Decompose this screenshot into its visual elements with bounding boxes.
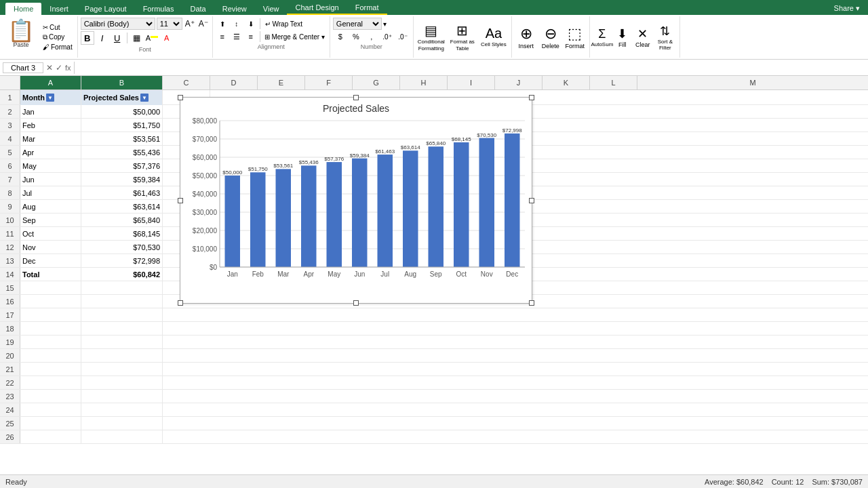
- col-header-h[interactable]: H: [400, 76, 448, 89]
- review-tab[interactable]: Review: [214, 3, 255, 15]
- insert-function-button[interactable]: fx: [65, 64, 71, 72]
- view-tab[interactable]: View: [255, 3, 288, 15]
- cut-button[interactable]: ✂ Cut: [41, 23, 75, 32]
- cell-a4[interactable]: Mar: [20, 132, 81, 146]
- resize-handle-bl[interactable]: [178, 300, 183, 306]
- cell-b10[interactable]: $65,840: [81, 214, 163, 227]
- conditional-formatting-button[interactable]: ▤ Conditional Formatting: [416, 21, 446, 53]
- confirm-formula-button[interactable]: ✓: [56, 63, 62, 73]
- cell-a1[interactable]: Month ▼: [20, 90, 81, 105]
- cell-a2[interactable]: Jan: [20, 105, 81, 119]
- cell-a11[interactable]: Oct: [20, 227, 81, 241]
- cell-b4[interactable]: $53,561: [81, 132, 163, 146]
- cell-b11[interactable]: $68,145: [81, 227, 163, 241]
- align-right-button[interactable]: ≡: [244, 30, 258, 43]
- align-middle-button[interactable]: ↕: [230, 18, 243, 30]
- cell-a10[interactable]: Sep: [20, 214, 81, 227]
- decrease-font-button[interactable]: A⁻: [197, 19, 210, 28]
- cell-b6[interactable]: $57,376: [81, 159, 163, 173]
- border-button[interactable]: ▦: [130, 31, 144, 45]
- data-tab[interactable]: Data: [182, 3, 214, 15]
- number-format-select[interactable]: General: [333, 18, 382, 30]
- align-center-button[interactable]: ☰: [230, 30, 243, 43]
- chart-container[interactable]: Projected Sales $80,000$70,000$60,000$50…: [180, 97, 532, 304]
- cell-b9[interactable]: $63,614: [81, 200, 163, 214]
- increase-font-button[interactable]: A⁺: [184, 19, 196, 28]
- filter-button-month[interactable]: ▼: [46, 94, 54, 102]
- bold-button[interactable]: B: [81, 31, 94, 45]
- resize-handle-tc[interactable]: [353, 95, 359, 100]
- resize-handle-bc[interactable]: [353, 300, 359, 306]
- format-tab[interactable]: Format: [347, 1, 387, 15]
- cell-b13[interactable]: $72,998: [81, 254, 163, 268]
- chart-design-tab[interactable]: Chart Design: [287, 1, 347, 15]
- delete-cells-button[interactable]: ⊖ Delete: [539, 24, 562, 51]
- number-format-dropdown[interactable]: ▾: [383, 20, 387, 28]
- cell-a14[interactable]: Total: [20, 268, 81, 281]
- cell-b12[interactable]: $70,530: [81, 241, 163, 254]
- paste-button[interactable]: 📋 Paste: [3, 18, 39, 50]
- cell-a5[interactable]: Apr: [20, 146, 81, 159]
- col-header-a[interactable]: A: [20, 76, 81, 89]
- align-bottom-button[interactable]: ⬇: [244, 18, 258, 30]
- col-header-c[interactable]: C: [163, 76, 210, 89]
- fill-button[interactable]: ⬇ Fill: [613, 25, 632, 49]
- resize-handle-ml[interactable]: [178, 198, 183, 203]
- cell-a3[interactable]: Feb: [20, 119, 81, 132]
- underline-button[interactable]: U: [111, 31, 124, 45]
- format-cells-button[interactable]: ⬚ Format: [564, 24, 587, 51]
- col-header-k[interactable]: K: [542, 76, 590, 89]
- resize-handle-tl[interactable]: [178, 95, 183, 100]
- cell-b8[interactable]: $61,463: [81, 186, 163, 200]
- col-header-e[interactable]: E: [258, 76, 305, 89]
- cell-b7[interactable]: $59,384: [81, 173, 163, 186]
- comma-button[interactable]: ,: [364, 30, 379, 43]
- insert-cells-button[interactable]: ⊕ Insert: [515, 24, 538, 51]
- cancel-formula-button[interactable]: ✕: [46, 63, 53, 73]
- filter-button-sales[interactable]: ▼: [140, 94, 149, 102]
- percent-button[interactable]: %: [349, 30, 363, 43]
- share-button[interactable]: Share ▾: [826, 2, 868, 15]
- page-layout-tab[interactable]: Page Layout: [77, 3, 135, 15]
- currency-button[interactable]: $: [333, 30, 348, 43]
- align-top-button[interactable]: ⬆: [216, 18, 229, 30]
- italic-button[interactable]: I: [96, 31, 109, 45]
- cell-b2[interactable]: $50,000: [81, 105, 163, 119]
- col-header-i[interactable]: I: [448, 76, 495, 89]
- sort-filter-button[interactable]: ⇅ Sort & Filter: [654, 22, 677, 52]
- decrease-decimal-button[interactable]: .0⁻: [395, 30, 410, 43]
- formula-input[interactable]: [77, 64, 865, 72]
- resize-handle-mr[interactable]: [529, 198, 534, 203]
- insert-tab[interactable]: Insert: [41, 3, 77, 15]
- col-header-b[interactable]: B: [81, 76, 163, 89]
- cell-styles-button[interactable]: Aa Cell Styles: [479, 24, 509, 49]
- format-painter-button[interactable]: 🖌 Format: [41, 43, 75, 52]
- clear-button[interactable]: ✕ Clear: [633, 25, 652, 49]
- wrap-text-button[interactable]: ↵ Wrap Text: [262, 18, 305, 30]
- col-header-f[interactable]: F: [305, 76, 353, 89]
- font-color-button[interactable]: A: [160, 31, 174, 45]
- name-box[interactable]: [3, 62, 43, 73]
- font-select[interactable]: Calibri (Body): [81, 18, 155, 30]
- cell-a9[interactable]: Aug: [20, 200, 81, 214]
- col-header-g[interactable]: G: [353, 76, 400, 89]
- merge-center-button[interactable]: ⊞ Merge & Center ▾: [262, 33, 327, 41]
- autosum-button[interactable]: Σ AutoSum: [593, 26, 612, 49]
- cell-b3[interactable]: $51,750: [81, 119, 163, 132]
- fill-color-button[interactable]: A: [145, 31, 159, 45]
- col-header-m[interactable]: M: [637, 76, 868, 89]
- copy-button[interactable]: ⧉ Copy: [41, 33, 75, 42]
- col-header-d[interactable]: D: [210, 76, 258, 89]
- cell-a12[interactable]: Nov: [20, 241, 81, 254]
- col-header-j[interactable]: J: [495, 76, 542, 89]
- cell-a7[interactable]: Jun: [20, 173, 81, 186]
- col-header-l[interactable]: L: [590, 76, 637, 89]
- home-tab[interactable]: Home: [5, 3, 41, 15]
- cell-b14[interactable]: $60,842: [81, 268, 163, 281]
- align-left-button[interactable]: ≡: [216, 30, 229, 43]
- increase-decimal-button[interactable]: .0⁺: [380, 30, 395, 43]
- cell-b1[interactable]: Projected Sales ▼: [81, 90, 163, 105]
- cell-a13[interactable]: Dec: [20, 254, 81, 268]
- cell-a8[interactable]: Jul: [20, 186, 81, 200]
- formulas-tab[interactable]: Formulas: [135, 3, 182, 15]
